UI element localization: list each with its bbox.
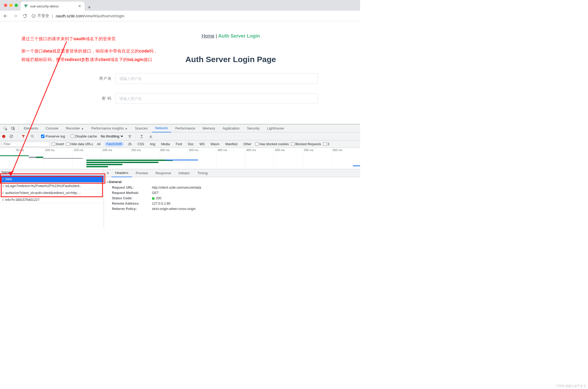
- separator: [68, 134, 68, 139]
- tab-console[interactable]: Console: [42, 124, 62, 132]
- detail-tab-headers[interactable]: Headers: [111, 169, 132, 177]
- separator: [136, 134, 136, 139]
- tab-performance[interactable]: Performance: [172, 124, 198, 132]
- new-tab-button[interactable]: +: [84, 5, 94, 11]
- tab-security[interactable]: Security: [244, 124, 263, 132]
- hide-data-urls-checkbox[interactable]: Hide data URLs: [66, 142, 93, 146]
- password-input[interactable]: [115, 93, 318, 104]
- upload-icon[interactable]: [139, 133, 145, 140]
- tab-memory[interactable]: Memory: [199, 124, 218, 132]
- third-party-checkbox[interactable]: 3: [323, 142, 329, 146]
- separator: [38, 134, 38, 139]
- username-row: 用户名: [61, 73, 352, 84]
- network-lower: Name ▯ data ▯ toLogin?redirect=%2Fview%2…: [0, 169, 360, 228]
- device-toggle-icon[interactable]: [10, 125, 16, 132]
- document-icon: ▯: [2, 191, 4, 194]
- maximize-window-icon[interactable]: [15, 4, 18, 7]
- type-manifest[interactable]: Manifest: [223, 142, 239, 147]
- type-all[interactable]: All: [95, 142, 102, 147]
- request-row[interactable]: ▯ toLogin?redirect=%2Fview%2F%23%2Fauthc…: [0, 183, 104, 189]
- detail-body: General Request URL:http://client.szile.…: [104, 177, 360, 228]
- kv-referrer-policy: Referrer Policy:strict-origin-when-cross…: [107, 206, 357, 212]
- request-list: Name ▯ data ▯ toLogin?redirect=%2Fview%2…: [0, 169, 104, 228]
- url-field[interactable]: 不安全 | oauth.szile.com/view/#/authserverl…: [31, 13, 357, 18]
- kv-request-method: Request Method:GET: [107, 190, 357, 196]
- tab-elements[interactable]: Elements: [21, 124, 41, 132]
- nav-auth-link[interactable]: Auth Server Login: [218, 33, 260, 39]
- kv-request-url: Request URL:http://client.szile.com/secu…: [107, 185, 357, 190]
- request-list-header[interactable]: Name: [0, 169, 104, 176]
- detail-tab-response[interactable]: Response: [152, 169, 175, 177]
- filter-input[interactable]: [2, 142, 50, 147]
- general-section[interactable]: General: [107, 179, 357, 185]
- detail-tabs: ✕ Headers Preview Response Initiator Tim…: [104, 169, 360, 177]
- detail-tab-timing[interactable]: Timing: [194, 169, 212, 177]
- username-input[interactable]: [115, 73, 318, 84]
- type-doc[interactable]: Doc: [186, 142, 195, 147]
- username-label: 用户名: [96, 76, 112, 81]
- kv-status-code: Status Code:200: [107, 196, 357, 201]
- minimize-window-icon[interactable]: [9, 4, 13, 7]
- record-icon[interactable]: [2, 135, 5, 138]
- tab-sources[interactable]: Sources: [132, 124, 151, 132]
- tab-perf-insights[interactable]: Performance insights ▲: [88, 124, 131, 132]
- type-js[interactable]: JS: [126, 142, 134, 147]
- clear-icon[interactable]: [8, 133, 14, 140]
- browser-tab-bar: vue-security-demo ✕ +: [0, 0, 360, 11]
- disable-cache-checkbox[interactable]: Disable cache: [71, 134, 97, 138]
- browser-tab[interactable]: vue-security-demo ✕: [21, 2, 84, 11]
- nav-home-link[interactable]: Home: [202, 33, 214, 39]
- inspect-icon[interactable]: [2, 125, 9, 132]
- close-window-icon[interactable]: [4, 4, 7, 7]
- search-icon[interactable]: [29, 133, 35, 140]
- svg-point-11: [130, 137, 130, 138]
- svg-line-10: [33, 137, 34, 138]
- type-media[interactable]: Media: [159, 142, 172, 147]
- reload-icon[interactable]: [22, 13, 28, 19]
- forward-icon[interactable]: [12, 13, 18, 19]
- detail-tab-preview[interactable]: Preview: [132, 169, 152, 177]
- request-row[interactable]: ▯ info?t=1681576401227: [0, 196, 104, 203]
- tab-close-icon[interactable]: ✕: [78, 4, 81, 8]
- window-controls: [3, 0, 21, 11]
- invert-checkbox[interactable]: Invert: [52, 142, 64, 146]
- filter-icon[interactable]: [20, 133, 26, 140]
- type-wasm[interactable]: Wasm: [209, 142, 221, 147]
- not-secure-icon: 不安全: [31, 13, 49, 18]
- tab-application[interactable]: Application: [219, 124, 243, 132]
- wifi-icon[interactable]: [127, 133, 133, 140]
- kv-remote-address: Remote Address:127.0.0.1:80: [107, 201, 357, 206]
- type-img[interactable]: Img: [148, 142, 157, 147]
- detail-tab-initiator[interactable]: Initiator: [175, 169, 194, 177]
- tab-lighthouse[interactable]: Lighthouse: [264, 124, 287, 132]
- document-icon: ▯: [2, 198, 4, 201]
- page-content: 通过三个接口的请求来到了oauth域名下的登录页 第一个接口data就是需要登录…: [0, 21, 360, 124]
- preserve-log-checkbox[interactable]: Preserve log: [41, 134, 65, 138]
- throttling-select[interactable]: No throttling: [100, 134, 124, 139]
- tab-network[interactable]: Network: [152, 124, 171, 132]
- download-icon[interactable]: [148, 133, 154, 140]
- devtools-tabs: Elements Console Recorder ▲ Performance …: [0, 124, 360, 132]
- network-timeline[interactable]: 50 ms 100 ms 150 ms 200 ms 250 ms 300 ms…: [0, 148, 360, 169]
- close-details-icon[interactable]: ✕: [104, 171, 111, 175]
- document-icon: ▯: [2, 177, 4, 181]
- request-details: ✕ Headers Preview Response Initiator Tim…: [104, 169, 360, 228]
- type-ws[interactable]: WS: [198, 142, 207, 147]
- insecure-label: 不安全: [37, 13, 49, 18]
- request-row[interactable]: ▯ authorize?client_id=auth-client&redire…: [0, 189, 104, 196]
- annotation-highlight: [0, 176, 104, 183]
- back-icon[interactable]: [3, 13, 9, 19]
- password-label: 密 码: [96, 96, 112, 101]
- separator: [17, 134, 17, 139]
- devtools-panel: Elements Console Recorder ▲ Performance …: [0, 124, 360, 228]
- type-fetch-xhr[interactable]: Fetch/XHR: [104, 142, 124, 147]
- svg-line-8: [10, 135, 12, 137]
- tab-recorder[interactable]: Recorder ▲: [63, 124, 87, 132]
- blocked-requests-checkbox[interactable]: Blocked Requests: [291, 142, 321, 146]
- type-font[interactable]: Font: [174, 142, 184, 147]
- type-css[interactable]: CSS: [136, 142, 146, 147]
- request-row[interactable]: ▯ data: [0, 176, 104, 183]
- svg-point-1: [34, 17, 34, 17]
- blocked-cookies-checkbox[interactable]: Has blocked cookies: [255, 142, 289, 146]
- type-other[interactable]: Other: [241, 142, 253, 147]
